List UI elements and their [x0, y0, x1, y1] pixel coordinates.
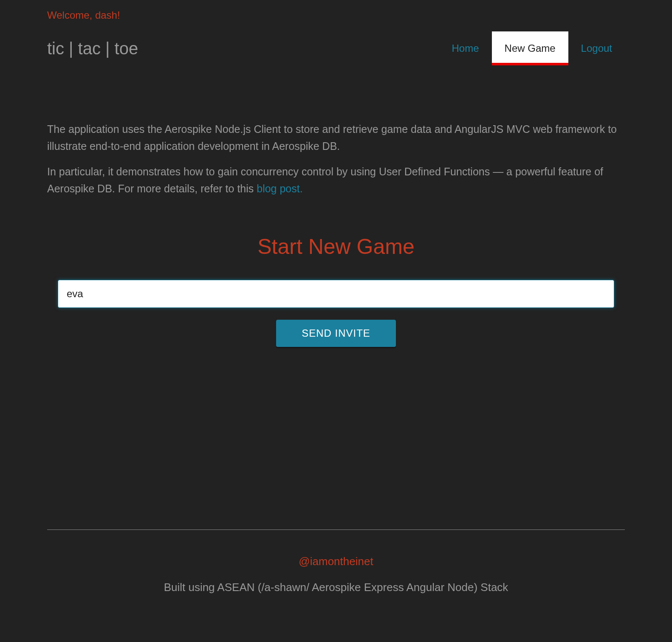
welcome-message: Welcome, dash!: [47, 8, 625, 23]
header-row: tic | tac | toe Home New Game Logout: [47, 31, 625, 65]
blog-post-link[interactable]: blog post.: [257, 183, 302, 194]
footer-content: @iamontheinet Built using ASEAN (/a-shaw…: [47, 553, 625, 596]
section-title: Start New Game: [47, 231, 625, 263]
description-paragraph-2: In particular, it demonstrates how to ga…: [47, 163, 625, 197]
nav-home[interactable]: Home: [439, 31, 492, 65]
footer: @iamontheinet Built using ASEAN (/a-shaw…: [47, 529, 625, 613]
logo: tic | tac | toe: [47, 36, 138, 61]
main-nav: Home New Game Logout: [439, 31, 625, 65]
description-text: In particular, it demonstrates how to ga…: [47, 166, 603, 194]
main-content: The application uses the Aerospike Node.…: [47, 121, 625, 347]
footer-stack-text: Built using ASEAN (/a-shawn/ Aerospike E…: [47, 579, 625, 596]
description-paragraph-1: The application uses the Aerospike Node.…: [47, 121, 625, 155]
nav-new-game[interactable]: New Game: [492, 31, 568, 65]
username-input[interactable]: [58, 280, 614, 308]
nav-logout[interactable]: Logout: [568, 31, 625, 65]
header: Welcome, dash! tic | tac | toe Home New …: [47, 0, 625, 65]
footer-handle-link[interactable]: @iamontheinet: [47, 553, 625, 570]
send-invite-button[interactable]: SEND INVITE: [276, 320, 396, 347]
footer-divider: [47, 529, 625, 530]
invite-form: SEND INVITE: [47, 280, 625, 347]
button-wrapper: SEND INVITE: [58, 320, 614, 347]
